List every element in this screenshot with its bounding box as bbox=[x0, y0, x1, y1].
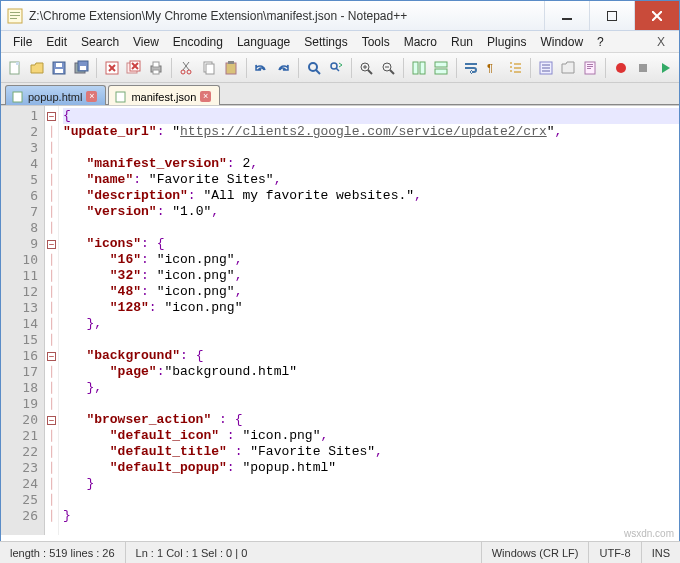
svg-line-44 bbox=[390, 70, 394, 74]
close-file-icon[interactable] bbox=[102, 57, 121, 79]
svg-rect-66 bbox=[116, 92, 125, 102]
record-macro-icon[interactable] bbox=[611, 57, 630, 79]
separator bbox=[96, 58, 97, 78]
svg-rect-4 bbox=[562, 18, 572, 20]
minimize-button[interactable] bbox=[544, 1, 589, 30]
tab-label: manifest.json bbox=[131, 91, 196, 103]
doc-map-icon[interactable] bbox=[581, 57, 600, 79]
separator bbox=[456, 58, 457, 78]
paste-icon[interactable] bbox=[221, 57, 240, 79]
save-icon[interactable] bbox=[50, 57, 69, 79]
close-button[interactable] bbox=[634, 1, 679, 30]
svg-rect-5 bbox=[607, 11, 617, 21]
menu-file[interactable]: File bbox=[7, 33, 38, 51]
svg-rect-15 bbox=[80, 66, 86, 70]
app-icon bbox=[7, 8, 23, 24]
menu-settings[interactable]: Settings bbox=[298, 33, 353, 51]
new-file-icon[interactable] bbox=[5, 57, 24, 79]
svg-rect-24 bbox=[153, 62, 159, 67]
tab-manifest-json[interactable]: manifest.json × bbox=[108, 85, 220, 105]
code-area[interactable]: { "update_url": "https://clients2.google… bbox=[59, 106, 679, 535]
menu-window[interactable]: Window bbox=[534, 33, 589, 51]
status-encoding[interactable]: UTF-8 bbox=[589, 542, 641, 563]
menu-help[interactable]: ? bbox=[591, 33, 610, 51]
separator bbox=[403, 58, 404, 78]
svg-rect-47 bbox=[435, 62, 447, 67]
tab-close-icon[interactable]: × bbox=[200, 91, 211, 102]
cut-icon[interactable] bbox=[177, 57, 196, 79]
folder-panel-icon[interactable] bbox=[558, 57, 577, 79]
menu-edit[interactable]: Edit bbox=[40, 33, 73, 51]
all-chars-icon[interactable]: ¶ bbox=[484, 57, 503, 79]
menu-view[interactable]: View bbox=[127, 33, 165, 51]
svg-rect-64 bbox=[639, 64, 647, 72]
menu-run[interactable]: Run bbox=[445, 33, 479, 51]
zoom-out-icon[interactable] bbox=[379, 57, 398, 79]
separator bbox=[605, 58, 606, 78]
svg-point-26 bbox=[181, 70, 185, 74]
separator bbox=[298, 58, 299, 78]
status-eol[interactable]: Windows (CR LF) bbox=[482, 542, 590, 563]
menu-plugins[interactable]: Plugins bbox=[481, 33, 532, 51]
separator bbox=[246, 58, 247, 78]
close-all-icon[interactable] bbox=[124, 57, 143, 79]
svg-rect-3 bbox=[10, 18, 17, 19]
find-icon[interactable] bbox=[304, 57, 323, 79]
svg-line-41 bbox=[368, 70, 372, 74]
function-list-icon[interactable] bbox=[536, 57, 555, 79]
statusbar: length : 519 lines : 26 Ln : 1 Col : 1 S… bbox=[0, 541, 680, 563]
separator bbox=[171, 58, 172, 78]
print-icon[interactable] bbox=[147, 57, 166, 79]
line-number-gutter: 1234567891011121314151617181920212223242… bbox=[1, 106, 45, 535]
editor: 1234567891011121314151617181920212223242… bbox=[1, 105, 679, 535]
svg-rect-62 bbox=[587, 68, 591, 69]
watermark: wsxdn.com bbox=[624, 528, 674, 539]
maximize-button[interactable] bbox=[589, 1, 634, 30]
svg-rect-46 bbox=[420, 62, 425, 74]
svg-point-63 bbox=[616, 63, 626, 73]
svg-point-27 bbox=[187, 70, 191, 74]
open-file-icon[interactable] bbox=[27, 57, 46, 79]
svg-rect-32 bbox=[226, 63, 236, 74]
redo-icon[interactable] bbox=[274, 57, 293, 79]
svg-rect-2 bbox=[10, 15, 20, 16]
separator bbox=[530, 58, 531, 78]
tab-close-icon[interactable]: × bbox=[86, 91, 97, 102]
menu-encoding[interactable]: Encoding bbox=[167, 33, 229, 51]
wordwrap-icon[interactable] bbox=[461, 57, 480, 79]
undo-icon[interactable] bbox=[252, 57, 271, 79]
menu-language[interactable]: Language bbox=[231, 33, 296, 51]
svg-rect-31 bbox=[206, 64, 214, 74]
status-position: Ln : 1 Col : 1 Sel : 0 | 0 bbox=[126, 542, 482, 563]
sync-h-icon[interactable] bbox=[431, 57, 450, 79]
menu-macro[interactable]: Macro bbox=[398, 33, 443, 51]
replace-icon[interactable] bbox=[326, 57, 345, 79]
sync-v-icon[interactable] bbox=[409, 57, 428, 79]
svg-line-37 bbox=[336, 68, 339, 71]
zoom-in-icon[interactable] bbox=[356, 57, 375, 79]
tab-popup-html[interactable]: popup.html × bbox=[5, 85, 106, 105]
svg-point-34 bbox=[309, 63, 317, 71]
titlebar: Z:\Chrome Extension\My Chrome Extension\… bbox=[1, 1, 679, 31]
svg-rect-48 bbox=[435, 69, 447, 74]
menubar: File Edit Search View Encoding Language … bbox=[1, 31, 679, 53]
svg-rect-49 bbox=[465, 63, 477, 65]
svg-rect-11 bbox=[55, 69, 63, 73]
menu-search[interactable]: Search bbox=[75, 33, 125, 51]
fold-gutter[interactable]: −│││││││−││││││−│││−││││││ bbox=[45, 106, 59, 535]
indent-guide-icon[interactable] bbox=[506, 57, 525, 79]
file-icon bbox=[12, 91, 24, 103]
svg-rect-61 bbox=[587, 66, 593, 67]
save-all-icon[interactable] bbox=[72, 57, 91, 79]
menu-x-button[interactable]: X bbox=[649, 33, 673, 51]
svg-rect-12 bbox=[56, 63, 62, 67]
play-macro-icon[interactable] bbox=[655, 57, 674, 79]
status-insert-mode[interactable]: INS bbox=[642, 542, 680, 563]
menu-tools[interactable]: Tools bbox=[356, 33, 396, 51]
copy-icon[interactable] bbox=[199, 57, 218, 79]
separator bbox=[351, 58, 352, 78]
svg-rect-65 bbox=[13, 92, 22, 102]
tabbar: popup.html × manifest.json × bbox=[1, 83, 679, 105]
toolbar: ¶ bbox=[1, 53, 679, 83]
stop-macro-icon[interactable] bbox=[633, 57, 652, 79]
